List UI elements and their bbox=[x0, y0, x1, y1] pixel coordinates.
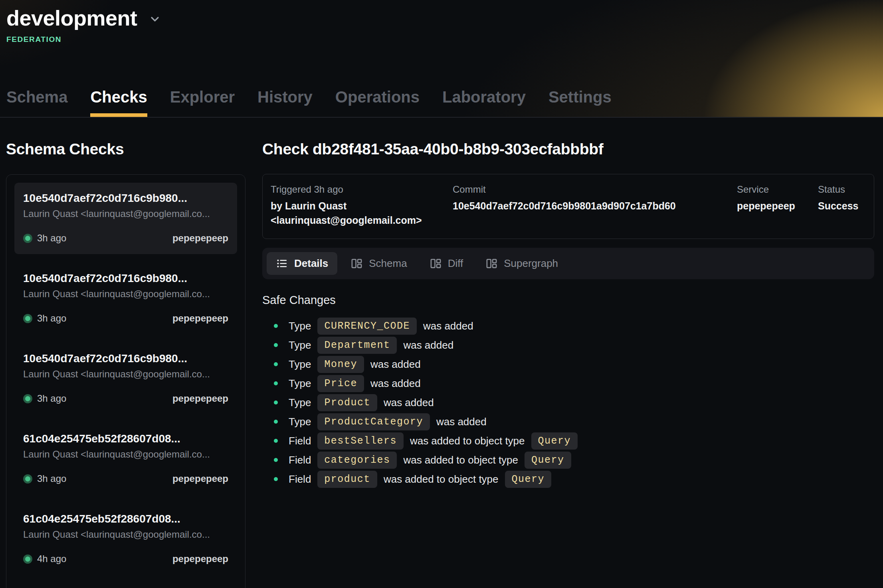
project-header: development FEDERATION Schema Checks Exp… bbox=[0, 0, 883, 118]
schema-check-item[interactable]: 10e540d7aef72c0d716c9b980... Laurin Quas… bbox=[14, 263, 237, 334]
check-meta-row: 3h ago pepepepeep bbox=[23, 473, 228, 484]
nav-tab-settings[interactable]: Settings bbox=[548, 88, 612, 117]
subtab-label: Supergraph bbox=[504, 257, 558, 270]
project-name: development bbox=[6, 6, 137, 30]
change-row: Type Product was added bbox=[262, 393, 874, 412]
check-detail: Check db28f481-35aa-40b0-b8b9-303ecfabbb… bbox=[262, 118, 874, 588]
list-icon bbox=[276, 257, 288, 270]
status-label: Status bbox=[818, 184, 866, 195]
change-kind: Field bbox=[289, 454, 311, 466]
meta-commit: Commit 10e540d7aef72c0d716c9b9801a9d907c… bbox=[453, 184, 737, 227]
nav-tab-laboratory[interactable]: Laboratory bbox=[442, 88, 526, 117]
success-dot-icon bbox=[23, 234, 32, 243]
bullet-icon bbox=[274, 420, 278, 424]
tab-details[interactable]: Details bbox=[267, 252, 337, 275]
subtab-label: Schema bbox=[369, 257, 407, 270]
check-time: 3h ago bbox=[37, 473, 66, 484]
content: Schema Checks 10e540d7aef72c0d716c9b980.… bbox=[0, 118, 883, 588]
meta-triggered: Triggered 3h ago by Laurin Quast <laurin… bbox=[271, 184, 453, 227]
nav-tab-history[interactable]: History bbox=[257, 88, 313, 117]
nav-tab-label: Settings bbox=[548, 88, 612, 106]
change-name-chip: ProductCategory bbox=[317, 413, 430, 430]
check-meta-row: 3h ago pepepepeep bbox=[23, 233, 228, 244]
check-commit-id: 10e540d7aef72c0d716c9b980... bbox=[23, 272, 228, 285]
triggered-label: Triggered 3h ago bbox=[271, 184, 441, 195]
change-text: was added bbox=[436, 416, 487, 428]
change-name-chip: product bbox=[317, 471, 377, 488]
nav-tab-explorer[interactable]: Explorer bbox=[170, 88, 235, 117]
check-meta-row: 3h ago pepepepeep bbox=[23, 313, 228, 324]
change-kind: Type bbox=[289, 377, 311, 390]
change-target-chip: Query bbox=[505, 471, 552, 488]
tab-schema[interactable]: Schema bbox=[341, 252, 416, 275]
check-service: pepepepeep bbox=[172, 393, 228, 404]
success-dot-icon bbox=[23, 314, 32, 323]
chevron-down-icon bbox=[148, 13, 161, 26]
check-subtabs: Details Schema Diff Supergraph bbox=[262, 248, 874, 279]
schema-checks-sidebar: Schema Checks 10e540d7aef72c0d716c9b980.… bbox=[6, 118, 245, 588]
change-text: was added to object type bbox=[410, 435, 525, 447]
change-kind: Type bbox=[289, 358, 311, 371]
tab-diff[interactable]: Diff bbox=[420, 252, 473, 275]
status-value: Success bbox=[818, 199, 866, 213]
change-kind: Type bbox=[289, 339, 311, 351]
project-type-badge: FEDERATION bbox=[6, 35, 874, 44]
change-kind: Type bbox=[289, 320, 311, 332]
columns-icon bbox=[350, 257, 363, 270]
check-time: 3h ago bbox=[37, 233, 66, 244]
change-text: was added bbox=[403, 339, 453, 351]
change-target-chip: Query bbox=[525, 452, 571, 469]
success-dot-icon bbox=[23, 394, 32, 403]
change-name-chip: categories bbox=[317, 452, 397, 469]
change-name-chip: bestSellers bbox=[317, 432, 404, 450]
check-meta-row: 3h ago pepepepeep bbox=[23, 393, 228, 404]
check-service: pepepepeep bbox=[172, 233, 228, 244]
check-service: pepepepeep bbox=[172, 553, 228, 564]
check-commit-id: 61c04e25475eb52f28607d08... bbox=[23, 513, 228, 525]
nav-tab-schema[interactable]: Schema bbox=[6, 88, 67, 117]
change-row: Type ProductCategory was added bbox=[262, 412, 874, 431]
service-value: pepepepeep bbox=[737, 199, 818, 213]
change-target-chip: Query bbox=[531, 432, 578, 450]
change-kind: Type bbox=[289, 416, 311, 428]
check-commit-id: 10e540d7aef72c0d716c9b980... bbox=[23, 192, 228, 205]
change-kind: Type bbox=[289, 397, 311, 409]
service-label: Service bbox=[737, 184, 818, 195]
main-nav: Schema Checks Explorer History Operation… bbox=[6, 88, 612, 117]
check-time: 3h ago bbox=[37, 393, 66, 404]
change-row: Type Price was added bbox=[262, 374, 874, 393]
nav-tab-label: Checks bbox=[90, 88, 147, 106]
columns-icon bbox=[485, 257, 498, 270]
bullet-icon bbox=[274, 439, 278, 443]
sidebar-title: Schema Checks bbox=[6, 140, 245, 158]
schema-check-item[interactable]: 61c04e25475eb52f28607d08... Laurin Quast… bbox=[14, 503, 237, 575]
check-commit-id: 61c04e25475eb52f28607d08... bbox=[23, 432, 228, 445]
check-author: Laurin Quast <laurinquast@googlemail.co.… bbox=[23, 288, 228, 300]
bullet-icon bbox=[274, 381, 278, 385]
tab-supergraph[interactable]: Supergraph bbox=[476, 252, 567, 275]
change-name-chip: Money bbox=[317, 356, 364, 373]
schema-check-item[interactable]: 10e540d7aef72c0d716c9b980... Laurin Quas… bbox=[14, 343, 237, 414]
subtab-label: Details bbox=[294, 257, 328, 270]
check-author: Laurin Quast <laurinquast@googlemail.co.… bbox=[23, 449, 228, 460]
nav-tab-checks[interactable]: Checks bbox=[90, 88, 147, 117]
change-text: was added bbox=[370, 358, 421, 371]
schema-check-item[interactable]: 61c04e25475eb52f28607d08... Laurin Quast… bbox=[14, 423, 237, 495]
meta-status: Status Success bbox=[818, 184, 866, 227]
bullet-icon bbox=[274, 362, 278, 366]
check-service: pepepepeep bbox=[172, 313, 228, 324]
columns-icon bbox=[430, 257, 442, 270]
commit-value: 10e540d7aef72c0d716c9b9801a9d907c1a7bd60 bbox=[453, 199, 737, 213]
changes-list: Type CURRENCY_CODE was added Type Depart… bbox=[262, 316, 874, 489]
nav-tab-operations[interactable]: Operations bbox=[335, 88, 420, 117]
project-switcher[interactable]: development bbox=[6, 6, 161, 30]
schema-check-item[interactable]: 10e540d7aef72c0d716c9b980... Laurin Quas… bbox=[14, 183, 237, 254]
change-text: was added bbox=[423, 320, 473, 332]
check-meta-row: 4h ago pepepepeep bbox=[23, 553, 228, 564]
change-name-chip: Product bbox=[317, 394, 377, 411]
bullet-icon bbox=[274, 401, 278, 404]
bullet-icon bbox=[274, 324, 278, 328]
meta-service: Service pepepepeep bbox=[737, 184, 818, 227]
nav-tab-label: Laboratory bbox=[442, 88, 526, 106]
change-text: was added bbox=[370, 377, 421, 390]
